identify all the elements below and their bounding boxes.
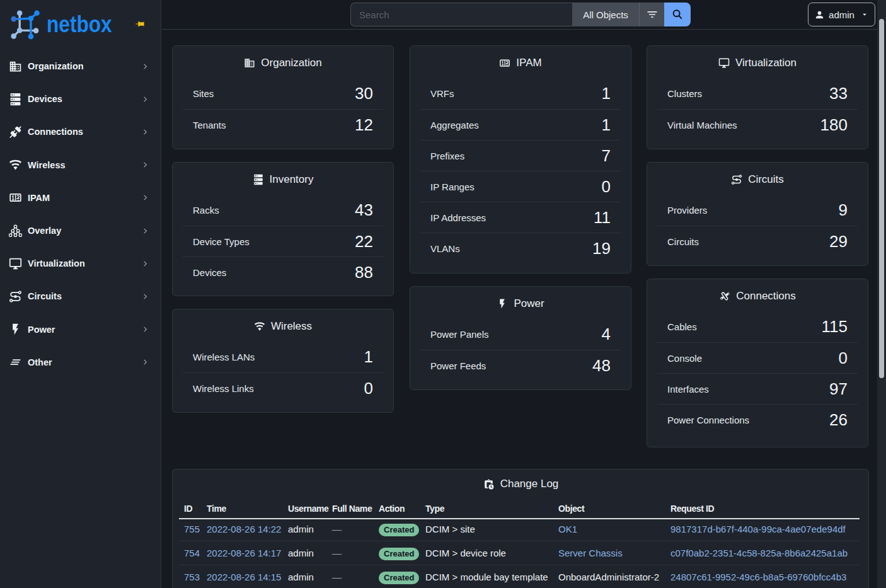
svg-text:netbox: netbox [47,11,112,37]
